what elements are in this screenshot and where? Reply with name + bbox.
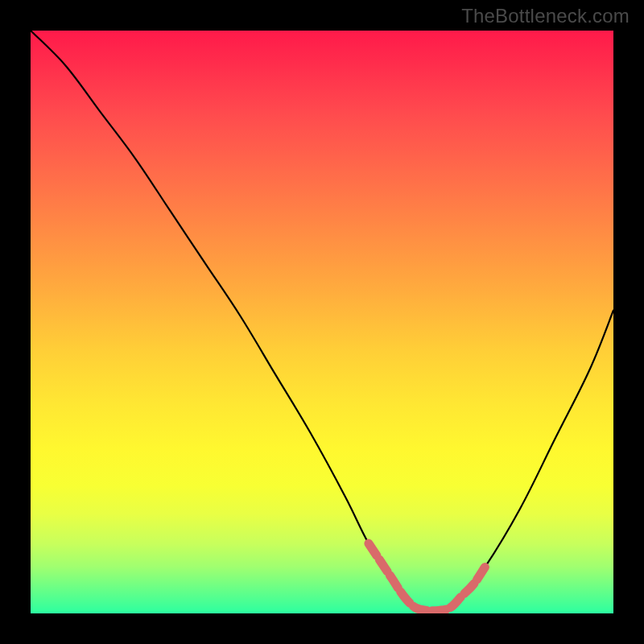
plot-area — [31, 31, 613, 613]
highlight-segment — [369, 543, 485, 611]
chart-svg — [31, 31, 613, 613]
bottleneck-curve — [31, 31, 613, 611]
watermark-text: TheBottleneck.com — [461, 5, 630, 27]
